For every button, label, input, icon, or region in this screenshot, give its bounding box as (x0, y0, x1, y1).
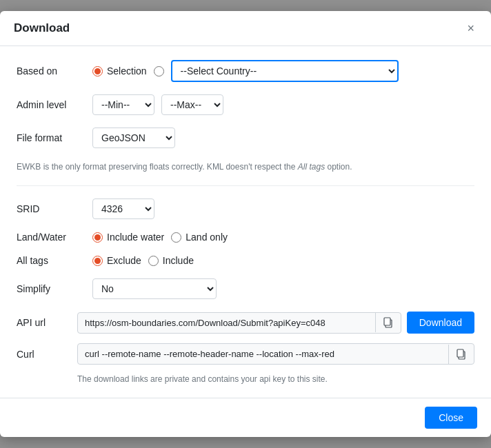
curl-copy-button[interactable] (448, 345, 474, 364)
selection-radio-group: Selection (92, 65, 147, 77)
curl-input[interactable] (78, 344, 448, 364)
based-on-row: Based on Selection --Select Country-- (17, 60, 474, 82)
info-italic-text: All tags (298, 162, 325, 172)
based-on-controls: Selection --Select Country-- (92, 60, 399, 82)
simplify-select[interactable]: No Low Medium High (92, 278, 217, 299)
country-select[interactable]: --Select Country-- (171, 60, 399, 82)
modal-footer: Close (0, 398, 491, 437)
srid-row: SRID 4326 4269 900913 (17, 198, 474, 219)
download-button[interactable]: Download (407, 312, 474, 334)
api-url-input-wrap (77, 312, 401, 334)
format-info-text: EWKB is the only format preserving float… (17, 161, 474, 173)
exclude-label[interactable]: Exclude (107, 255, 141, 266)
api-url-row: API url Download (17, 312, 474, 334)
private-note: The download links are private and conta… (77, 374, 474, 384)
curl-input-wrap (77, 343, 474, 365)
admin-level-controls: --Min-- 0123 45678 --Max-- 0123 45678 (92, 94, 223, 115)
curl-label: Curl (17, 349, 72, 360)
country-radio-group (154, 66, 164, 77)
include-label[interactable]: Include (163, 255, 194, 266)
modal-close-button[interactable]: × (464, 21, 477, 36)
land-only-label[interactable]: Land only (186, 232, 228, 243)
simplify-controls: No Low Medium High (92, 278, 217, 299)
land-only-radio-group: Land only (171, 232, 228, 243)
divider (17, 185, 474, 186)
land-water-label: Land/Water (17, 232, 92, 243)
include-water-label[interactable]: Include water (107, 232, 164, 243)
all-tags-row: All tags Exclude Include (17, 255, 474, 266)
exclude-radio[interactable] (92, 256, 103, 266)
api-url-copy-button[interactable] (375, 313, 401, 332)
curl-row: Curl (17, 343, 474, 365)
country-radio[interactable] (154, 66, 164, 77)
modal-overlay: Download × Based on Selection --Select C… (0, 0, 491, 448)
download-modal: Download × Based on Selection --Select C… (0, 11, 491, 437)
modal-title: Download (14, 21, 70, 35)
info-plain-text: EWKB is the only format preserving float… (17, 162, 298, 172)
simplify-label: Simplify (17, 283, 92, 294)
admin-min-select[interactable]: --Min-- 0123 45678 (92, 94, 154, 115)
include-radio-group: Include (148, 255, 194, 266)
selection-radio[interactable] (92, 66, 103, 77)
include-water-radio-group: Include water (92, 232, 164, 243)
based-on-label: Based on (17, 65, 92, 77)
admin-max-select[interactable]: --Max-- 0123 45678 (161, 94, 223, 115)
file-format-row: File format GeoJSON Shapefile KML EWKB (17, 128, 474, 148)
land-water-controls: Include water Land only (92, 232, 228, 243)
include-radio[interactable] (148, 256, 159, 266)
srid-controls: 4326 4269 900913 (92, 198, 154, 219)
modal-header: Download × (0, 11, 491, 46)
copy-icon-curl (456, 349, 467, 360)
file-format-select[interactable]: GeoJSON Shapefile KML EWKB (92, 128, 175, 148)
admin-level-row: Admin level --Min-- 0123 45678 --Max-- 0… (17, 94, 474, 115)
api-url-label: API url (17, 317, 72, 328)
exclude-radio-group: Exclude (92, 255, 141, 266)
srid-select[interactable]: 4326 4269 900913 (92, 198, 154, 219)
srid-label: SRID (17, 203, 92, 214)
info-suffix-text: option. (325, 162, 352, 172)
close-footer-button[interactable]: Close (425, 407, 477, 429)
copy-icon (383, 317, 394, 328)
file-format-label: File format (17, 132, 92, 143)
svg-rect-3 (457, 349, 463, 357)
file-format-controls: GeoJSON Shapefile KML EWKB (92, 128, 175, 148)
include-water-radio[interactable] (92, 232, 103, 243)
all-tags-controls: Exclude Include (92, 255, 194, 266)
land-only-radio[interactable] (171, 232, 181, 243)
admin-level-label: Admin level (17, 99, 92, 110)
land-water-row: Land/Water Include water Land only (17, 232, 474, 243)
simplify-row: Simplify No Low Medium High (17, 278, 474, 299)
svg-rect-1 (384, 318, 390, 325)
selection-label[interactable]: Selection (107, 65, 147, 77)
all-tags-label: All tags (17, 255, 92, 266)
modal-body: Based on Selection --Select Country-- (0, 46, 491, 398)
api-url-input[interactable] (78, 313, 375, 333)
